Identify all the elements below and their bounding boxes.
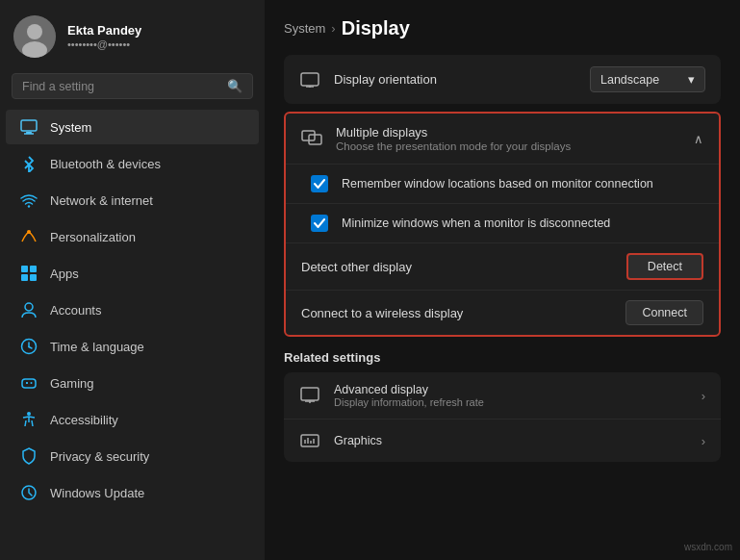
sidebar-item-personalization[interactable]: Personalization — [6, 219, 259, 254]
watermark: wsxdn.com — [684, 542, 732, 552]
orientation-row: Display orientation Landscape ▾ — [284, 55, 721, 104]
multiple-displays-icon — [301, 128, 322, 149]
related-row-advanced-display[interactable]: Advanced display Display information, re… — [284, 372, 721, 420]
multiple-displays-label: Multiple displays — [336, 125, 680, 140]
sidebar-item-gaming[interactable]: Gaming — [6, 366, 259, 400]
advanced-display-text: Advanced display Display information, re… — [334, 383, 688, 408]
multiple-displays-text: Multiple displays Choose the presentatio… — [336, 125, 680, 152]
time-icon — [19, 337, 38, 356]
main-content: System › Display Display orientation Lan… — [265, 0, 740, 560]
orientation-control: Landscape ▾ — [590, 66, 705, 92]
breadcrumb-arrow: › — [331, 21, 335, 36]
checkbox-minimize[interactable] — [311, 215, 328, 232]
search-input[interactable] — [22, 80, 219, 93]
svg-point-1 — [27, 24, 42, 39]
sidebar-item-windows-update[interactable]: Windows Update — [6, 475, 259, 510]
search-icon: 🔍 — [227, 79, 242, 93]
sidebar-item-apps[interactable]: Apps — [6, 256, 259, 291]
svg-point-6 — [28, 205, 30, 207]
sidebar-item-network-label: Network & internet — [50, 193, 153, 208]
connect-row: Connect to a wireless display Connect — [286, 290, 719, 335]
sidebar-item-network[interactable]: Network & internet — [6, 183, 259, 217]
profile-name: Ekta Pandey — [67, 23, 141, 38]
bluetooth-icon — [19, 154, 38, 173]
accessibility-icon — [19, 410, 38, 429]
nav-list: System Bluetooth & devices Network & int… — [0, 109, 265, 560]
svg-rect-29 — [301, 435, 319, 446]
display-orientation-card: Display orientation Landscape ▾ — [284, 55, 721, 104]
sidebar-item-bluetooth[interactable]: Bluetooth & devices — [6, 146, 259, 181]
privacy-icon — [19, 446, 38, 466]
detect-label: Detect other display — [301, 260, 613, 274]
sidebar-item-accessibility[interactable]: Accessibility — [6, 402, 259, 437]
checkbox-label-2: Minimize windows when a monitor is disco… — [342, 216, 703, 230]
avatar — [13, 15, 56, 58]
sidebar-item-accounts-label: Accounts — [50, 303, 101, 318]
orientation-icon — [299, 69, 320, 90]
graphics-text: Graphics — [334, 434, 688, 447]
svg-rect-8 — [21, 266, 28, 272]
svg-rect-11 — [30, 274, 37, 281]
personalization-icon — [19, 227, 38, 246]
breadcrumb-system[interactable]: System — [284, 21, 325, 36]
graphics-title: Graphics — [334, 434, 688, 447]
accounts-icon — [19, 300, 38, 319]
chevron-right-icon: › — [702, 389, 705, 403]
checkbox-row-2: Minimize windows when a monitor is disco… — [286, 203, 719, 242]
profile-email: ••••••••@•••••• — [67, 38, 141, 50]
svg-point-12 — [25, 303, 33, 311]
advanced-display-icon — [299, 385, 320, 406]
chevron-right-icon-2: › — [702, 434, 705, 448]
sidebar-item-bluetooth-label: Bluetooth & devices — [50, 157, 161, 171]
connect-label: Connect to a wireless display — [301, 306, 612, 320]
advanced-display-title: Advanced display — [334, 383, 688, 396]
detect-button[interactable]: Detect — [626, 253, 703, 280]
multiple-displays-card: Multiple displays Choose the presentatio… — [284, 112, 721, 337]
related-row-graphics[interactable]: Graphics › — [284, 420, 721, 462]
profile-section: Ekta Pandey ••••••••@•••••• — [0, 0, 265, 69]
system-icon — [19, 117, 38, 137]
orientation-dropdown[interactable]: Landscape ▾ — [590, 66, 705, 92]
windows-update-icon — [19, 483, 38, 502]
sidebar-item-system[interactable]: System — [6, 110, 259, 144]
detect-row: Detect other display Detect — [286, 242, 719, 290]
svg-point-7 — [27, 230, 31, 234]
sidebar-item-apps-label: Apps — [50, 267, 79, 281]
sidebar-item-system-label: System — [50, 120, 91, 135]
svg-point-19 — [31, 382, 33, 384]
sidebar-item-accounts[interactable]: Accounts — [6, 293, 259, 327]
graphics-icon — [299, 430, 320, 451]
sidebar-item-personalization-label: Personalization — [50, 230, 136, 244]
profile-info: Ekta Pandey ••••••••@•••••• — [67, 23, 141, 50]
breadcrumb: System › Display — [284, 17, 721, 39]
orientation-value: Landscape — [600, 73, 659, 87]
chevron-down-icon: ▾ — [688, 72, 695, 87]
sidebar: Ekta Pandey ••••••••@•••••• 🔍 System Blu… — [0, 0, 265, 560]
chevron-up-icon: ∧ — [694, 132, 703, 146]
checkbox-row-1: Remember window locations based on monit… — [286, 164, 719, 203]
svg-rect-22 — [301, 73, 319, 86]
sidebar-item-privacy-label: Privacy & security — [50, 449, 149, 464]
apps-icon — [19, 264, 38, 283]
svg-point-20 — [27, 412, 31, 416]
svg-rect-16 — [22, 379, 36, 388]
advanced-display-sub: Display information, refresh rate — [334, 396, 688, 408]
gaming-icon — [19, 373, 38, 393]
orientation-label: Display orientation — [334, 72, 576, 87]
svg-rect-9 — [30, 266, 37, 272]
svg-rect-26 — [301, 388, 319, 400]
connect-button[interactable]: Connect — [625, 300, 703, 325]
sidebar-item-gaming-label: Gaming — [50, 376, 94, 391]
sidebar-item-privacy[interactable]: Privacy & security — [6, 439, 259, 473]
sidebar-item-windows-update-label: Windows Update — [50, 486, 144, 500]
page-title: Display — [342, 17, 410, 39]
network-icon — [19, 191, 38, 210]
multiple-displays-header[interactable]: Multiple displays Choose the presentatio… — [286, 114, 719, 164]
svg-rect-10 — [21, 274, 28, 281]
search-box[interactable]: 🔍 — [12, 73, 253, 99]
multiple-displays-sub: Choose the presentation mode for your di… — [336, 140, 680, 152]
related-settings-title: Related settings — [284, 350, 721, 365]
checkbox-label-1: Remember window locations based on monit… — [342, 177, 703, 191]
sidebar-item-time[interactable]: Time & language — [6, 329, 259, 364]
checkbox-remember[interactable] — [311, 175, 328, 192]
